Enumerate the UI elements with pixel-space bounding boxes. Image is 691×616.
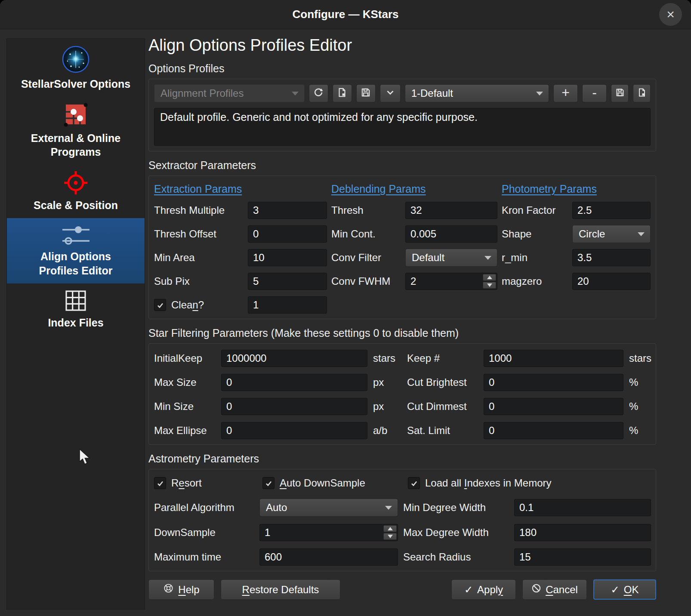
field-value: 0: [489, 400, 494, 413]
ok-button[interactable]: ✓ OK: [593, 579, 656, 600]
photometry-column: Photometry Params Kron Factor 2.5 Shape …: [502, 183, 651, 314]
dialog-button-box: Help Restore Defaults ✓ Apply Cancel ✓ O…: [148, 579, 656, 600]
spin-down-button[interactable]: [383, 533, 397, 540]
auto-downsample-checkbox[interactable]: [262, 477, 275, 489]
form-row: Sub Pix 5: [154, 273, 327, 290]
unit-label: px: [367, 376, 402, 388]
profile-type-combo-value: Alignment Profiles: [160, 87, 244, 99]
help-button-label: Help: [178, 584, 199, 596]
sidebar-item-scale-position[interactable]: Scale & Position: [7, 165, 145, 219]
field-label: Thresh Offset: [154, 228, 248, 240]
keep-count-field[interactable]: 1000: [484, 350, 623, 367]
export-profile-button[interactable]: [633, 84, 651, 102]
form-row: Conv FWHM 2: [331, 273, 497, 290]
load-indexes-checkbox[interactable]: [408, 477, 420, 489]
load-profile-file-button[interactable]: [333, 84, 352, 102]
sub-pix-field[interactable]: 5: [248, 273, 327, 290]
sidebar-item-align-options-profiles-editor[interactable]: Align Options Profiles Editor: [7, 218, 145, 283]
sat-limit-field[interactable]: 0: [484, 422, 623, 439]
deblending-params-link[interactable]: Deblending Params: [331, 183, 497, 195]
reload-profiles-button[interactable]: [309, 84, 328, 102]
sidebar-item-index-files[interactable]: Index Files: [7, 283, 145, 336]
clean-checkbox[interactable]: [154, 299, 166, 311]
shape-combo[interactable]: Circle: [572, 225, 651, 243]
cut-brightest-field[interactable]: 0: [484, 374, 623, 391]
chevron-down-icon: [292, 92, 299, 95]
profile-select-combo[interactable]: 1-Default: [405, 84, 549, 102]
downsample-spinbox[interactable]: 1: [259, 524, 398, 541]
photometry-params-link[interactable]: Photometry Params: [502, 183, 651, 195]
sidebar-item-external-online-programs[interactable]: External & Online Programs: [7, 97, 145, 165]
save-profiles-button[interactable]: [356, 84, 376, 102]
field-label: Keep #: [402, 352, 484, 364]
conv-fwhm-spinbox[interactable]: 2: [405, 273, 497, 290]
save-icon: [615, 87, 625, 99]
resort-checkbox[interactable]: [154, 477, 166, 489]
crosshair-icon: [11, 170, 140, 195]
astrometry-groupbox: Resort Auto DownSample Load all Indexes …: [148, 469, 656, 571]
thresh-offset-field[interactable]: 0: [248, 225, 327, 243]
profile-type-combo: Alignment Profiles: [154, 84, 305, 102]
cancel-button[interactable]: Cancel: [522, 579, 587, 600]
min-degree-width-field[interactable]: 0.1: [514, 499, 651, 516]
cut-dimmest-field[interactable]: 0: [484, 398, 623, 415]
field-label: Min Cont.: [331, 228, 405, 240]
maximum-time-field[interactable]: 600: [259, 548, 398, 566]
max-ellipse-field[interactable]: 0: [221, 422, 367, 439]
auto-downsample-checkbox-item[interactable]: Auto DownSample: [262, 477, 408, 489]
form-row: Min Area 10: [154, 249, 327, 266]
max-degree-width-field[interactable]: 180: [514, 524, 651, 541]
thresh-multiple-field[interactable]: 3: [248, 202, 327, 219]
titlebar[interactable]: Configure — KStars ×: [0, 0, 691, 29]
extraction-params-link[interactable]: Extraction Params: [154, 183, 327, 195]
close-icon: ×: [666, 6, 675, 22]
spin-buttons: [383, 525, 397, 540]
conv-filter-combo[interactable]: Default: [405, 249, 497, 267]
field-value: 15: [519, 551, 531, 563]
apply-button[interactable]: ✓ Apply: [451, 579, 516, 600]
min-cont-field[interactable]: 0.005: [405, 225, 497, 243]
resort-label: Resort: [171, 477, 202, 489]
spin-up-button[interactable]: [483, 274, 496, 281]
parallel-algorithm-combo[interactable]: Auto: [259, 499, 398, 517]
r-min-field[interactable]: 3.5: [572, 249, 651, 266]
apply-button-label: Apply: [477, 584, 503, 596]
deblend-thresh-field[interactable]: 32: [405, 202, 497, 219]
close-button[interactable]: ×: [659, 3, 682, 26]
field-value: 3.5: [577, 252, 592, 264]
spin-up-button[interactable]: [383, 525, 397, 532]
spin-down-button[interactable]: [483, 282, 496, 289]
resort-checkbox-item[interactable]: Resort: [154, 477, 262, 489]
save-profile-button[interactable]: [611, 84, 629, 102]
field-label: Search Radius: [398, 551, 514, 563]
field-label: Kron Factor: [502, 204, 572, 216]
sidebar-item-stellarsolver-options[interactable]: StellarSolver Options: [7, 40, 145, 97]
form-row: Thresh Offset 0: [154, 225, 327, 243]
min-size-field[interactable]: 0: [221, 398, 367, 415]
help-button[interactable]: Help: [148, 579, 214, 600]
label-part: sort: [185, 477, 202, 489]
kron-factor-field[interactable]: 2.5: [572, 202, 651, 219]
restore-defaults-button[interactable]: Restore Defaults: [221, 579, 340, 600]
sextractor-section-label: Sextractor Parameters: [148, 159, 656, 172]
help-icon: [163, 583, 174, 596]
field-label: magzero: [502, 275, 572, 287]
magzero-field[interactable]: 20: [572, 273, 651, 290]
cancel-icon: [531, 583, 541, 596]
field-value: 1000: [489, 352, 512, 364]
initialkeep-field[interactable]: 1000000: [221, 350, 367, 367]
search-radius-field[interactable]: 15: [514, 548, 651, 566]
add-profile-button[interactable]: +: [553, 84, 578, 102]
max-size-field[interactable]: 0: [221, 374, 367, 391]
min-area-field[interactable]: 10: [248, 249, 327, 266]
expand-profiles-button[interactable]: [380, 84, 401, 102]
field-label: Min Area: [154, 252, 248, 264]
remove-profile-button[interactable]: -: [582, 84, 607, 102]
load-indexes-checkbox-item[interactable]: Load all Indexes in Memory: [408, 477, 552, 489]
unit-label: %: [623, 425, 649, 437]
field-label: Min Degree Width: [398, 502, 514, 514]
restore-defaults-label: Restore Defaults: [242, 584, 319, 596]
clean-value-field[interactable]: 1: [248, 296, 327, 314]
field-label: Min Size: [154, 400, 221, 413]
profile-description[interactable]: Default profile. Generic and not optimiz…: [154, 108, 651, 146]
